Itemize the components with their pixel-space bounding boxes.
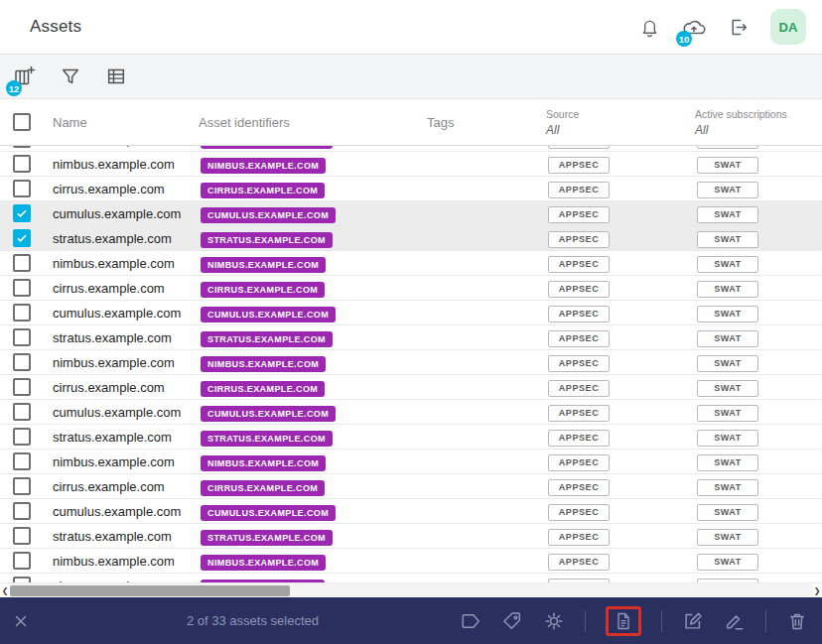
subscription-cell: SWAT	[695, 451, 822, 471]
highlight-box	[606, 606, 641, 636]
table-row[interactable]: cumulus.example.com CUMULUS.EXAMPLE.COM …	[0, 400, 822, 425]
table-row[interactable]: stratus.example.com STRATUS.EXAMPLE.COM …	[0, 325, 822, 350]
delete-button[interactable]	[786, 610, 808, 632]
row-checkbox[interactable]	[13, 552, 31, 570]
table-view-button[interactable]	[105, 65, 127, 87]
edit-attributes-button[interactable]	[682, 610, 704, 632]
table-row[interactable]: nimbus.example.com NIMBUS.EXAMPLE.COM AP…	[0, 152, 822, 177]
table-row[interactable]: cumulus.example.com CUMULUS.EXAMPLE.COM …	[0, 499, 822, 524]
table-row[interactable]: nimbus.example.com NIMBUS.EXAMPLE.COM AP…	[0, 251, 822, 276]
asset-identifier-badge: CUMULUS.EXAMPLE.COM	[201, 207, 336, 223]
bulk-action-icons	[460, 606, 808, 636]
source-cell: APPSEC	[546, 377, 695, 397]
scrollbar-thumb[interactable]	[10, 585, 290, 596]
table-row[interactable]: stratus.example.com STRATUS.EXAMPLE.COM …	[0, 524, 822, 549]
row-checkbox[interactable]	[13, 254, 31, 272]
row-checkbox-cell	[0, 428, 53, 446]
scroll-left-arrow[interactable]: ❮	[0, 583, 10, 598]
column-header-source[interactable]: Source All	[546, 99, 695, 145]
row-checkbox[interactable]	[13, 527, 31, 545]
table-row[interactable]: nimbus.example.com NIMBUS.EXAMPLE.COM AP…	[0, 450, 822, 474]
filter-button[interactable]	[60, 65, 81, 87]
row-checkbox-cell	[0, 155, 53, 173]
asset-identifier-badge: CUMULUS.EXAMPLE.COM	[201, 307, 336, 322]
upload-status-button[interactable]: 10	[682, 15, 706, 39]
table-row[interactable]: cirrus.example.com CIRRUS.EXAMPLE.COM AP…	[0, 276, 822, 301]
table-row[interactable]: nimbus.example.com NIMBUS.EXAMPLE.COM AP…	[0, 549, 822, 574]
scrollbar-track[interactable]	[10, 583, 812, 598]
asset-name: cumulus.example.com	[53, 306, 199, 321]
row-checkbox-cell	[0, 254, 53, 272]
notifications-button[interactable]	[639, 17, 660, 38]
row-checkbox[interactable]	[13, 452, 31, 470]
asset-identifier-badge: NIMBUS.EXAMPLE.COM	[201, 455, 326, 471]
source-badge: APPSEC	[548, 330, 610, 347]
pencil-icon	[724, 610, 746, 632]
remove-tag-button[interactable]	[501, 610, 523, 632]
table-header: Name Asset identifiers Tags Source All A…	[0, 99, 822, 146]
row-checkbox[interactable]	[13, 328, 31, 346]
column-header-name[interactable]: Name	[53, 99, 199, 145]
select-all-checkbox[interactable]	[13, 113, 31, 131]
add-tag-button[interactable]	[460, 610, 481, 632]
row-checkbox[interactable]	[13, 403, 31, 421]
tag-offer-icon	[501, 610, 523, 632]
row-checkbox[interactable]	[13, 353, 31, 371]
table-row[interactable]: cumulus.example.com CUMULUS.EXAMPLE.COM …	[0, 201, 822, 226]
scroll-right-arrow[interactable]: ❯	[812, 583, 822, 598]
column-header-subscriptions[interactable]: Active subscriptions All	[695, 99, 822, 145]
row-checkbox[interactable]	[13, 155, 31, 173]
asset-identifier-badge: STRATUS.EXAMPLE.COM	[201, 232, 333, 248]
table-row[interactable]: cirrus.example.com CIRRUS.EXAMPLE.COM AP…	[0, 177, 822, 201]
table-row[interactable]: stratus.example.com STRATUS.EXAMPLE.COM …	[0, 226, 822, 251]
asset-name: stratus.example.com	[53, 529, 199, 544]
source-cell: APPSEC	[546, 203, 695, 223]
row-checkbox[interactable]	[13, 502, 31, 520]
row-checkbox[interactable]	[13, 279, 31, 297]
asset-name: nimbus.example.com	[53, 256, 199, 271]
scan-settings-button[interactable]	[543, 610, 565, 632]
row-checkbox-cell	[0, 304, 53, 322]
source-badge: APPSEC	[548, 454, 610, 471]
subscription-cell: SWAT	[695, 146, 822, 149]
asset-identifier-badge: CUMULUS.EXAMPLE.COM	[201, 505, 336, 521]
row-checkbox[interactable]	[13, 180, 31, 197]
manage-columns-button[interactable]: 12	[12, 64, 36, 88]
asset-identifier-badge: STRATUS.EXAMPLE.COM	[201, 331, 333, 347]
clear-selection-button[interactable]	[12, 612, 30, 630]
row-checkbox-cell	[0, 502, 53, 520]
export-report-button[interactable]	[614, 611, 633, 631]
row-checkbox[interactable]	[13, 229, 31, 247]
row-checkbox[interactable]	[13, 304, 31, 322]
subscription-cell: SWAT	[695, 228, 822, 248]
edit-comment-button[interactable]	[724, 610, 746, 632]
source-badge: APPSEC	[548, 157, 610, 174]
asset-identifier-badge: CIRRUS.EXAMPLE.COM	[201, 282, 325, 298]
asset-identifier-badge: NIMBUS.EXAMPLE.COM	[201, 257, 326, 273]
row-checkbox[interactable]	[13, 204, 31, 222]
column-header-tags[interactable]: Tags	[427, 99, 546, 145]
table-row[interactable]: nimbus.example.com NIMBUS.EXAMPLE.COM AP…	[0, 350, 822, 375]
source-filter-value[interactable]: All	[546, 123, 695, 137]
asset-identifier-cell: CIRRUS.EXAMPLE.COM	[199, 279, 427, 298]
subscription-cell: SWAT	[695, 179, 822, 198]
row-checkbox-cell	[0, 452, 53, 470]
subscriptions-filter-value[interactable]: All	[695, 123, 822, 137]
asset-identifier-cell: CIRRUS.EXAMPLE.COM	[199, 378, 427, 397]
row-checkbox[interactable]	[13, 477, 31, 495]
close-icon	[12, 612, 30, 630]
asset-identifier-badge: NIMBUS.EXAMPLE.COM	[201, 356, 326, 372]
horizontal-scrollbar[interactable]: ❮ ❯	[0, 582, 822, 597]
document-icon	[614, 611, 633, 631]
column-header-identifiers[interactable]: Asset identifiers	[199, 99, 427, 145]
row-checkbox[interactable]	[13, 146, 31, 148]
table-row[interactable]: cirrus.example.com CIRRUS.EXAMPLE.COM AP…	[0, 474, 822, 499]
table-row[interactable]: cumulus.example.com CUMULUS.EXAMPLE.COM …	[0, 301, 822, 325]
row-checkbox[interactable]	[13, 428, 31, 446]
row-checkbox[interactable]	[13, 378, 31, 396]
table-row[interactable]: cirrus.example.com CIRRUS.EXAMPLE.COM AP…	[0, 375, 822, 400]
row-checkbox-cell	[0, 180, 53, 197]
table-row[interactable]: stratus.example.com STRATUS.EXAMPLE.COM …	[0, 425, 822, 450]
avatar[interactable]: DA	[770, 9, 806, 45]
logout-button[interactable]	[728, 17, 749, 38]
